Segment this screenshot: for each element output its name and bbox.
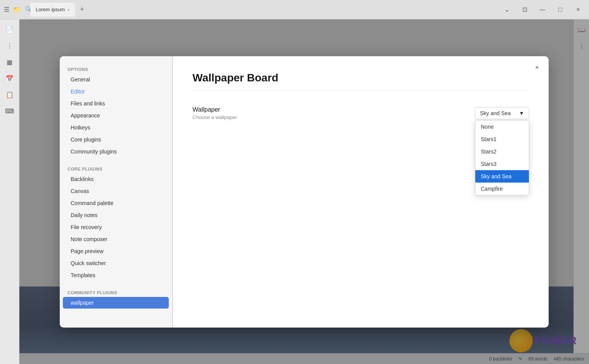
sidebar-item-note-composer[interactable]: Note composer [63, 233, 169, 245]
split-view-icon[interactable]: ⊡ [518, 3, 532, 17]
core-plugins-section-label: Core plugins [60, 164, 172, 173]
sidebar-item-daily-notes[interactable]: Daily notes [63, 209, 169, 221]
sidebar-item-files-links[interactable]: Files and links [63, 98, 169, 109]
app-titlebar: ☰ 📁 🔍 🔖 Lorem ipsum × + ⌄ ⊡ — □ × [0, 0, 589, 19]
modal-title: Wallpaper Board [192, 72, 529, 91]
sidebar-item-page-preview[interactable]: Page preview [63, 245, 169, 257]
window-close-icon[interactable]: × [571, 3, 585, 17]
tab-label: Lorem ipsum [36, 7, 65, 12]
sidebar-item-file-recovery[interactable]: File recovery [63, 221, 169, 233]
setting-row-wallpaper: Wallpaper Choose a wallpaper Sky and Sea… [192, 100, 529, 126]
calendar-icon[interactable]: 📅 [3, 71, 17, 85]
dropdown-item-campfire[interactable]: Campfire [475, 183, 529, 195]
sidebar-item-wallpaper[interactable]: wallpaper [63, 297, 169, 309]
dropdown-item-sky-and-sea[interactable]: Sky and Sea [475, 170, 529, 183]
canvas-icon[interactable]: ▦ [3, 55, 17, 69]
clipboard-icon[interactable]: 📋 [3, 88, 17, 102]
wallpaper-dropdown-menu: None Stars1 Stars2 Stars3 [475, 120, 529, 195]
titlebar-controls: ⌄ ⊡ — □ × [500, 3, 585, 17]
wallpaper-dropdown-trigger[interactable]: Sky and Sea ▼ [475, 107, 529, 119]
sidebar-item-general[interactable]: General [63, 74, 169, 85]
chevron-down-icon[interactable]: ⌄ [500, 3, 514, 17]
dropdown-item-stars2[interactable]: Stars2 [475, 145, 529, 158]
sidebar-toggle-icon[interactable]: ☰ [4, 3, 9, 17]
setting-name: Wallpaper [192, 106, 237, 113]
app-body: 📄 ⋮ ▦ 📅 📋 ⌨ PKMER 0 backlinks ✎ 69 words… [0, 19, 589, 364]
tab-close-icon[interactable]: × [67, 7, 69, 12]
settings-modal: Options General Editor Files and links A… [60, 56, 549, 328]
sidebar-item-quick-switcher[interactable]: Quick switcher [63, 257, 169, 269]
dropdown-arrow-icon: ▼ [519, 110, 524, 116]
minimize-icon[interactable]: — [535, 3, 549, 17]
new-tab-button[interactable]: + [77, 4, 88, 15]
graph-icon[interactable]: ⋮ [3, 39, 17, 53]
wallpaper-dropdown-wrapper: Sky and Sea ▼ None Stars1 [475, 107, 529, 119]
options-section-label: Options [60, 64, 172, 73]
maximize-icon[interactable]: □ [553, 3, 567, 17]
dropdown-item-none[interactable]: None [475, 121, 529, 133]
modal-sidebar: Options General Editor Files and links A… [60, 56, 172, 328]
sidebar-item-canvas[interactable]: Canvas [63, 185, 169, 197]
tab-lorem-ipsum[interactable]: Lorem ipsum × [30, 3, 75, 17]
notes-icon[interactable]: 📄 [3, 22, 17, 36]
terminal-icon[interactable]: ⌨ [3, 104, 17, 118]
sidebar-item-command-palette[interactable]: Command palette [63, 197, 169, 209]
main-area: PKMER 0 backlinks ✎ 69 words 445 charact… [19, 19, 589, 364]
sidebar-item-editor[interactable]: Editor [63, 86, 169, 97]
sidebar-item-hotkeys[interactable]: Hotkeys [63, 122, 169, 133]
sidebar-item-core-plugins[interactable]: Core plugins [63, 134, 169, 145]
titlebar-left: ☰ 📁 🔍 🔖 [4, 3, 27, 17]
close-icon: × [535, 64, 539, 72]
dropdown-item-stars1[interactable]: Stars1 [475, 133, 529, 145]
modal-overlay: Options General Editor Files and links A… [19, 19, 589, 364]
tab-area: Lorem ipsum × + [30, 3, 497, 17]
sidebar-item-backlinks[interactable]: Backlinks [63, 173, 169, 185]
sidebar-item-appearance[interactable]: Appearance [63, 110, 169, 121]
dropdown-selected-value: Sky and Sea [480, 110, 511, 116]
dropdown-item-stars3[interactable]: Stars3 [475, 158, 529, 170]
setting-info: Wallpaper Choose a wallpaper [192, 106, 237, 120]
modal-main-content: Wallpaper Board Wallpaper Choose a wallp… [173, 56, 549, 328]
sidebar-item-community-plugins[interactable]: Community plugins [63, 146, 169, 157]
modal-close-button[interactable]: × [532, 62, 542, 73]
community-plugins-section-label: Community plugins [60, 287, 172, 297]
file-icon[interactable]: 📁 [13, 3, 21, 17]
setting-desc: Choose a wallpaper [192, 114, 237, 120]
sidebar-item-templates[interactable]: Templates [63, 269, 169, 281]
icon-sidebar: 📄 ⋮ ▦ 📅 📋 ⌨ [0, 19, 19, 364]
